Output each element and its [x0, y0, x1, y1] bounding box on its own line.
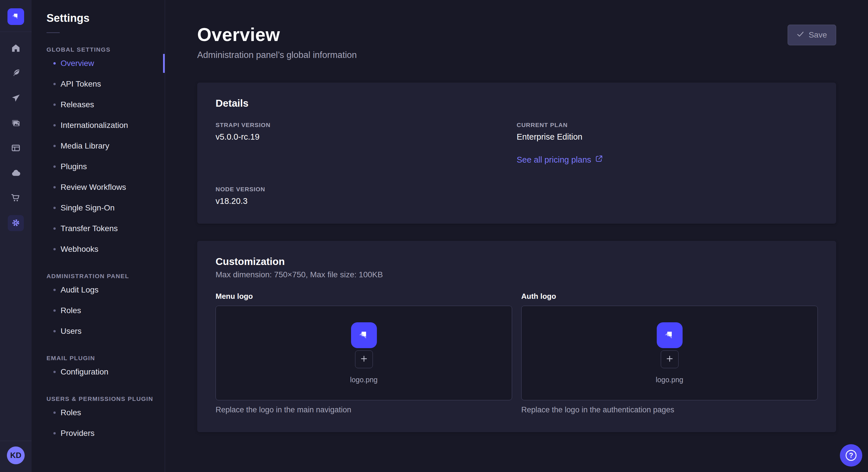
cloud-icon	[11, 168, 21, 179]
bullet-icon	[53, 103, 56, 106]
section-administration-panel: Audit Logs Roles Users	[46, 279, 165, 341]
bullet-icon	[53, 186, 56, 189]
bullet-icon	[53, 411, 56, 414]
question-mark-icon: ?	[846, 450, 857, 461]
details-grid-spacer	[517, 186, 818, 206]
details-card-title: Details	[216, 98, 818, 109]
page-header: Overview Administration panel’s global i…	[197, 24, 836, 60]
auth-logo-label: Auth logo	[521, 292, 818, 301]
help-button[interactable]: ?	[840, 444, 862, 467]
rail-divider-bottom	[0, 441, 32, 441]
sidebar-item-internationalization[interactable]: Internationalization	[46, 115, 165, 136]
section-label-users-permissions-plugin: USERS & PERMISSIONS PLUGIN	[46, 396, 165, 402]
strapi-logo-button[interactable]	[7, 8, 24, 25]
sidebar-item-audit-logs[interactable]: Audit Logs	[46, 279, 165, 300]
nav-cloud-button[interactable]	[8, 165, 24, 181]
bullet-icon	[53, 124, 56, 127]
nav-content-manager-button[interactable]	[8, 140, 24, 156]
main-content: Overview Administration panel’s global i…	[165, 0, 868, 472]
checkmark-icon	[797, 30, 804, 40]
pricing-plans-link[interactable]: See all pricing plans	[517, 155, 603, 165]
menu-logo-add-button[interactable]	[355, 350, 373, 368]
sidebar-item-webhooks[interactable]: Webhooks	[46, 239, 165, 260]
paper-plane-icon	[11, 93, 21, 104]
nav-home-button[interactable]	[8, 40, 24, 57]
auth-logo-caption: Replace the logo in the authentication p…	[521, 405, 818, 414]
bullet-icon	[53, 207, 56, 209]
menu-logo-upload: Menu logo	[216, 292, 512, 414]
settings-subnav: Settings GLOBAL SETTINGS Overview API To…	[32, 0, 165, 472]
section-label-global-settings: GLOBAL SETTINGS	[46, 46, 165, 53]
subnav-title: Settings	[46, 12, 165, 24]
section-users-permissions-plugin: Roles Providers	[46, 402, 165, 444]
bullet-icon	[53, 248, 56, 250]
menu-logo-preview	[351, 322, 377, 348]
rail-icon-list	[8, 32, 24, 231]
bullet-icon	[53, 62, 56, 65]
auth-logo-preview	[657, 322, 683, 348]
gear-icon	[11, 217, 21, 229]
sidebar-item-admin-roles[interactable]: Roles	[46, 300, 165, 321]
sidebar-item-single-sign-on[interactable]: Single Sign-On	[46, 198, 165, 218]
details-grid: STRAPI VERSION v5.0.0-rc.19 CURRENT PLAN…	[216, 122, 818, 206]
auth-logo-dropzone[interactable]: logo.png	[521, 306, 818, 400]
sidebar-item-plugins[interactable]: Plugins	[46, 156, 165, 177]
bullet-icon	[53, 309, 56, 312]
bullet-icon	[53, 227, 56, 230]
sidebar-item-email-configuration[interactable]: Configuration	[46, 362, 165, 382]
nav-settings-button[interactable]	[8, 215, 24, 231]
bullet-icon	[53, 165, 56, 168]
customization-card-subtitle: Max dimension: 750×750, Max file size: 1…	[216, 270, 818, 279]
external-link-icon	[595, 155, 603, 165]
page-header-text: Overview Administration panel’s global i…	[197, 24, 357, 60]
plus-icon	[665, 355, 674, 364]
page-subtitle: Administration panel’s global informatio…	[197, 50, 357, 60]
nav-marketplace-button[interactable]	[8, 190, 24, 206]
subnav-title-rule	[46, 32, 60, 33]
logo-uploads: Menu logo	[216, 292, 818, 414]
main-nav-rail: KD	[0, 0, 32, 472]
feather-icon	[11, 68, 21, 79]
menu-logo-dropzone[interactable]: logo.png	[216, 306, 512, 400]
sidebar-item-transfer-tokens[interactable]: Transfer Tokens	[46, 218, 165, 239]
shopping-cart-icon	[11, 193, 21, 204]
field-node-version: NODE VERSION v18.20.3	[216, 186, 517, 206]
section-email-plugin: Configuration	[46, 362, 165, 382]
field-strapi-version: STRAPI VERSION v5.0.0-rc.19	[216, 122, 517, 165]
section-label-email-plugin: EMAIL PLUGIN	[46, 355, 165, 362]
nav-media-library-button[interactable]	[8, 115, 24, 131]
section-label-administration-panel: ADMINISTRATION PANEL	[46, 273, 165, 279]
sidebar-item-overview[interactable]: Overview	[46, 53, 165, 74]
sidebar-item-review-workflows[interactable]: Review Workflows	[46, 177, 165, 198]
sidebar-item-up-providers[interactable]: Providers	[46, 423, 165, 444]
bullet-icon	[53, 330, 56, 332]
field-current-plan: CURRENT PLAN Enterprise Edition See all …	[517, 122, 818, 165]
layout-window-icon	[11, 143, 21, 154]
save-button[interactable]: Save	[787, 25, 836, 45]
sidebar-item-up-roles[interactable]: Roles	[46, 402, 165, 423]
plus-icon	[360, 355, 368, 364]
rail-bottom: KD	[0, 441, 32, 472]
strapi-logo-icon	[10, 11, 22, 23]
details-card: Details STRAPI VERSION v5.0.0-rc.19 CURR…	[197, 82, 836, 224]
sidebar-item-admin-users[interactable]: Users	[46, 321, 165, 341]
sidebar-item-releases[interactable]: Releases	[46, 94, 165, 115]
section-global-settings: Overview API Tokens Releases Internation…	[46, 53, 165, 260]
sidebar-item-api-tokens[interactable]: API Tokens	[46, 74, 165, 94]
customization-card-title: Customization	[216, 256, 818, 267]
home-icon	[11, 43, 21, 54]
menu-logo-caption: Replace the logo in the main navigation	[216, 405, 512, 414]
avatar[interactable]: KD	[7, 446, 25, 464]
nav-content-type-builder-button[interactable]	[8, 65, 24, 81]
bullet-icon	[53, 289, 56, 291]
pictures-icon	[11, 118, 21, 129]
menu-logo-filename: logo.png	[350, 376, 378, 384]
bullet-icon	[53, 371, 56, 373]
bullet-icon	[53, 83, 56, 85]
auth-logo-filename: logo.png	[656, 376, 683, 384]
auth-logo-add-button[interactable]	[661, 350, 679, 368]
nav-deploy-button[interactable]	[8, 90, 24, 106]
sidebar-item-media-library[interactable]: Media Library	[46, 136, 165, 156]
bullet-icon	[53, 432, 56, 434]
bullet-icon	[53, 145, 56, 147]
